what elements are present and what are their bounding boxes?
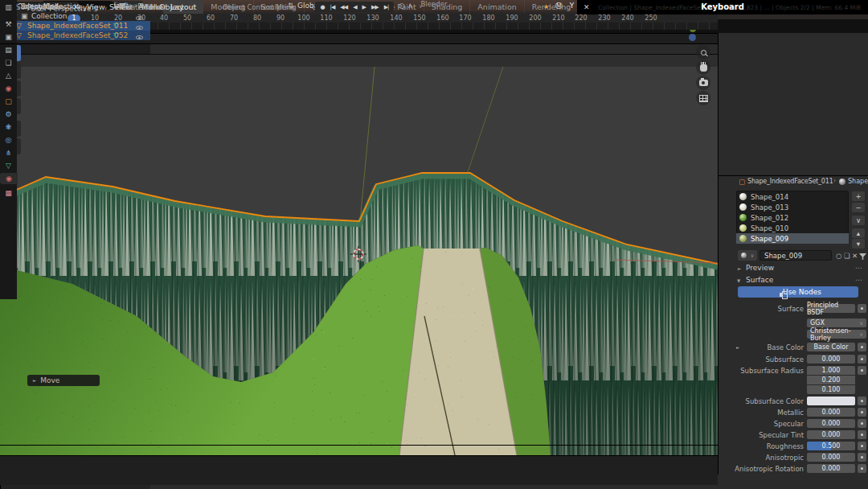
socket-button[interactable]	[858, 366, 866, 375]
next-keyframe-button[interactable]: ▶▶	[371, 4, 379, 10]
socket-button[interactable]	[858, 408, 866, 417]
section-menu-icon[interactable]: ⋯	[855, 264, 862, 272]
material-name-field[interactable]: Shape_009	[760, 250, 832, 261]
filter-funnel-icon[interactable]	[859, 253, 866, 261]
use-nodes-button[interactable]: Use Nodes	[738, 286, 858, 298]
caret-right-icon[interactable]: ►	[738, 266, 741, 271]
record-button[interactable]: ●	[321, 4, 325, 10]
tab-particles[interactable]: ❋	[0, 121, 17, 133]
subsurface-radius-z[interactable]: 0.100	[807, 385, 855, 394]
hide-eye-icon[interactable]	[136, 16, 143, 20]
caret-right-icon: ►	[33, 378, 36, 383]
anisotropic-rotation-field[interactable]: 0.000	[807, 464, 855, 473]
section-preview[interactable]: Preview	[746, 264, 774, 272]
tab-view-layer[interactable]: ❏	[0, 57, 17, 68]
distribution-dropdown[interactable]: GGX∨	[807, 318, 866, 327]
tab-texture[interactable]: ▦	[0, 187, 17, 199]
playback-controls: ● |◀ ◀◀ ◀ ▶ ▶▶ ▶|	[315, 2, 394, 12]
copy-material-icon[interactable]: ❏	[844, 252, 850, 260]
material-slot-row[interactable]: Shape_014	[736, 191, 849, 202]
slot-specials-button[interactable]: ∨	[852, 216, 865, 225]
socket-button[interactable]	[858, 419, 866, 428]
breadcrumb-material[interactable]: Shape_009	[848, 178, 868, 185]
section-menu-icon[interactable]: ⋯	[855, 276, 862, 284]
socket-button[interactable]	[858, 355, 866, 364]
previous-keyframe-button[interactable]: ◀◀	[340, 4, 347, 10]
play-button[interactable]: ▶	[362, 4, 366, 10]
socket-button[interactable]	[858, 430, 866, 439]
subsurface-field[interactable]: 0.000	[807, 355, 855, 364]
tab-scene[interactable]: △	[0, 70, 17, 81]
breadcrumb-object[interactable]: Shape_IndexedFaceSet_011	[747, 178, 833, 185]
tab-object[interactable]: ▢	[0, 96, 17, 107]
socket-button[interactable]	[858, 453, 866, 462]
tab-render[interactable]: ▣	[0, 31, 17, 43]
editor-divider-horizontal[interactable]	[718, 175, 868, 176]
radius-y-value: 0.200	[822, 376, 841, 384]
roughness-slider[interactable]: 0.500	[807, 442, 855, 450]
operator-panel-label: Move	[40, 376, 59, 384]
socket-button[interactable]	[858, 343, 866, 351]
add-slot-button[interactable]: +	[852, 191, 865, 201]
section-surface[interactable]: Surface	[746, 276, 773, 284]
tab-output[interactable]: ▤	[0, 44, 17, 55]
subsurface-color-swatch[interactable]	[807, 397, 855, 405]
remove-slot-button[interactable]: −	[852, 203, 865, 212]
surface-shader-dropdown[interactable]: Principled BSDF	[807, 304, 855, 313]
base-color-field[interactable]: Base Color	[807, 343, 855, 351]
specular-field[interactable]: 0.000	[807, 419, 855, 428]
move-slot-down-button[interactable]: ▾	[852, 239, 865, 249]
editor-divider-horizontal	[0, 43, 718, 44]
outliner-row-object-selected[interactable]: ► ▽ Shape_IndexedFaceSet_011 ▽	[0, 21, 150, 31]
tab-world[interactable]: ◉	[0, 83, 17, 94]
tab-object-data[interactable]: ▽	[0, 160, 17, 171]
socket-button[interactable]	[858, 442, 866, 450]
jump-to-start-button[interactable]: |◀	[330, 4, 335, 10]
frame-tick-label: 230	[598, 14, 610, 22]
hide-eye-icon[interactable]	[136, 26, 143, 30]
socket-button[interactable]	[858, 464, 866, 473]
subsurface-radius-x[interactable]: 1.000	[807, 366, 855, 375]
socket-button[interactable]	[858, 397, 866, 405]
use-nodes-label: Use Nodes	[783, 288, 821, 296]
material-slot-row[interactable]: Shape_012	[736, 212, 849, 223]
tab-modifiers[interactable]: ⚙	[0, 109, 17, 120]
caret-down-icon[interactable]: ▼	[737, 278, 740, 283]
unlink-material-icon[interactable]: ✕	[852, 252, 858, 260]
socket-button[interactable]	[858, 304, 866, 313]
roughness-value: 0.500	[822, 442, 841, 450]
specular-tint-field[interactable]: 0.000	[807, 430, 855, 439]
material-slot-row[interactable]: Shape_010	[736, 223, 849, 233]
subsurface-method-dropdown[interactable]: Christensen-Burley∨	[807, 330, 866, 339]
viewport-3d[interactable]: User Perspective (1) Collection | Shape_…	[0, 67, 718, 455]
editor-type-selector[interactable]: ▥	[0, 2, 17, 13]
editor-divider-horizontal[interactable]	[0, 445, 718, 446]
viewport-canvas[interactable]	[0, 67, 718, 455]
distribution-value: GGX	[810, 319, 825, 327]
material-slot-row-selected[interactable]: Shape_009	[736, 233, 849, 244]
play-reverse-button[interactable]: ◀	[353, 4, 356, 10]
anisotropic-field[interactable]: 0.000	[807, 453, 855, 462]
specular-tint-label: Specular Tint	[723, 431, 804, 439]
slot-name: Shape_013	[751, 203, 788, 212]
tab-material-active[interactable]: ◉	[0, 173, 18, 184]
move-slot-up-button[interactable]: ▴	[852, 228, 865, 238]
material-slot-row[interactable]: Shape_013	[736, 202, 849, 212]
outliner-row-object[interactable]: ► ▽ Shape_IndexedFaceSet_052 ▽	[0, 31, 150, 40]
subsurface-radius-y[interactable]: 0.200	[807, 376, 855, 384]
metallic-field[interactable]: 0.000	[807, 408, 855, 417]
jump-to-end-button[interactable]: ▶|	[384, 4, 389, 10]
hint-select: Select	[16, 3, 37, 11]
editor-divider-vertical[interactable]	[718, 33, 719, 475]
camera-view-icon[interactable]	[696, 76, 710, 90]
hide-eye-icon[interactable]	[136, 35, 143, 39]
outliner-row-collection[interactable]: ▼ ▣ Collection	[0, 11, 150, 21]
tab-constraints[interactable]: ⋔	[0, 147, 17, 158]
tab-physics[interactable]: ◎	[0, 134, 17, 146]
material-browse-button[interactable]: ∨	[738, 250, 757, 261]
fake-user-icon[interactable]: ○	[836, 252, 841, 260]
tab-tool[interactable]: ⚒	[0, 18, 17, 30]
blender-window: Blender Window ▴ Ⓜ Y ⇅ ⌁ ① ᛒ ⏏ ◀)) Mon S…	[0, 0, 868, 489]
operator-panel-move[interactable]: ► Move	[27, 375, 100, 386]
perspective-toggle-icon[interactable]	[696, 91, 710, 105]
